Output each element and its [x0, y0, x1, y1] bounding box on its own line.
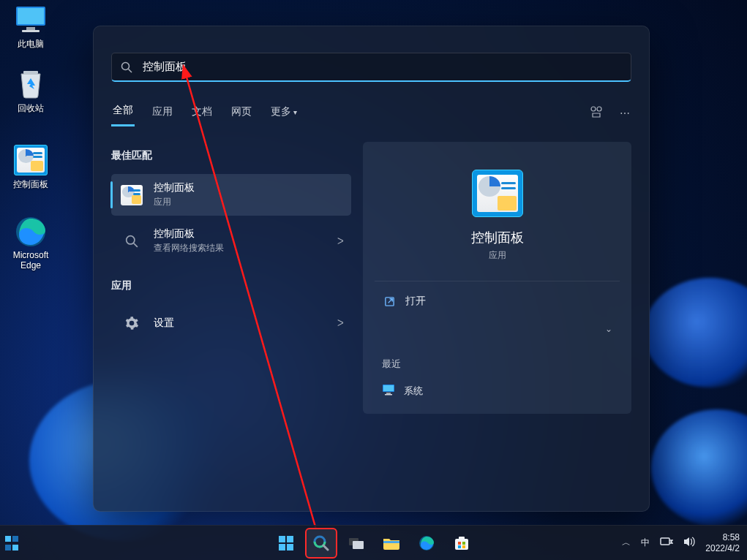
svg-rect-2 — [26, 27, 35, 30]
recent-item-system[interactable]: 系统 — [378, 378, 617, 404]
time-text: 8:58 — [705, 532, 740, 543]
file-explorer-button[interactable] — [376, 529, 407, 558]
open-icon — [382, 296, 397, 307]
control-panel-icon — [472, 170, 523, 217]
widgets-button[interactable] — [4, 535, 18, 551]
desktop-icon-label: 此电脑 — [1, 38, 60, 50]
volume-icon[interactable] — [683, 537, 695, 549]
svg-rect-32 — [462, 542, 465, 545]
svg-rect-1 — [18, 8, 44, 24]
svg-rect-27 — [383, 541, 399, 543]
taskbar: ︿ 中 8:58 2022/4/2 — [0, 525, 747, 560]
svg-rect-29 — [455, 539, 468, 550]
result-title: 控制面板 — [154, 181, 195, 194]
result-settings-app[interactable]: 设置 ᐳ — [111, 304, 351, 342]
svg-rect-15 — [386, 393, 391, 394]
result-title: 控制面板 — [154, 227, 224, 241]
svg-point-10 — [127, 235, 135, 243]
svg-point-8 — [591, 107, 596, 111]
svg-rect-30 — [459, 537, 465, 540]
desktop-icon-recycle-bin[interactable]: 回收站 — [1, 69, 60, 115]
svg-point-9 — [597, 107, 601, 111]
apps-header: 应用 — [111, 279, 351, 292]
monitor-icon — [382, 384, 395, 398]
recent-item-label: 系统 — [404, 385, 423, 398]
search-icon — [121, 61, 132, 73]
tab-apps[interactable]: 应用 — [151, 101, 174, 126]
best-match-header: 最佳匹配 — [111, 149, 351, 162]
svg-line-7 — [129, 69, 132, 72]
svg-line-24 — [323, 545, 328, 550]
svg-rect-31 — [458, 542, 461, 545]
recycle-icon — [14, 69, 48, 99]
svg-rect-3 — [22, 30, 40, 32]
search-options-icon[interactable] — [589, 105, 604, 121]
more-actions-icon[interactable]: ⋯ — [620, 107, 631, 119]
ime-indicator[interactable]: 中 — [641, 537, 650, 549]
tab-web[interactable]: 网页 — [230, 101, 253, 126]
svg-rect-26 — [353, 541, 364, 549]
search-button[interactable] — [306, 529, 337, 558]
svg-rect-20 — [279, 544, 285, 550]
result-control-panel-web[interactable]: 控制面板 查看网络搜索结果 ᐳ — [111, 220, 351, 262]
svg-rect-18 — [279, 536, 285, 542]
preview-open-label: 打开 — [405, 295, 426, 308]
edge-icon — [14, 216, 48, 247]
chevron-down-icon: ⌄ — [605, 324, 612, 334]
svg-rect-33 — [458, 545, 461, 548]
preview-subtitle: 应用 — [378, 249, 617, 262]
svg-rect-21 — [287, 544, 293, 550]
desktop-icon-label: Microsoft Edge — [1, 250, 60, 270]
search-input[interactable] — [132, 61, 622, 73]
network-icon[interactable] — [660, 537, 673, 549]
search-flyout: 全部 应用 文档 网页 更多 ⋯ 最佳匹配 控制面板 应用 控制面板 查看网络搜… — [93, 26, 650, 512]
result-control-panel-app[interactable]: 控制面板 应用 — [111, 174, 351, 216]
desktop-icon-label: 回收站 — [1, 102, 60, 115]
svg-rect-14 — [383, 385, 394, 391]
control-panel-icon — [120, 183, 143, 207]
recent-header: 最近 — [382, 357, 612, 371]
svg-line-11 — [134, 243, 138, 246]
date-text: 2022/4/2 — [705, 543, 740, 554]
svg-rect-34 — [462, 545, 465, 548]
result-subtitle: 应用 — [154, 196, 195, 208]
control-panel-icon — [14, 145, 48, 175]
svg-rect-19 — [287, 536, 293, 542]
task-view-button[interactable] — [341, 529, 372, 558]
monitor-icon — [14, 4, 48, 35]
microsoft-store-button[interactable] — [446, 529, 477, 558]
search-icon — [120, 230, 143, 253]
svg-rect-35 — [661, 538, 669, 545]
start-button[interactable] — [271, 529, 301, 558]
edge-button[interactable] — [411, 529, 442, 558]
preview-title: 控制面板 — [378, 229, 617, 246]
desktop-icon-edge[interactable]: Microsoft Edge — [1, 216, 60, 270]
tab-all[interactable]: 全部 — [111, 99, 135, 126]
preview-card: 控制面板 应用 打开 ⌄ 最近 系统 — [363, 142, 631, 414]
search-box[interactable] — [111, 53, 631, 82]
desktop-icon-control-panel[interactable]: 控制面板 — [1, 145, 60, 191]
svg-point-6 — [122, 62, 129, 69]
system-clock[interactable]: 8:58 2022/4/2 — [705, 532, 740, 554]
tab-more[interactable]: 更多 — [269, 101, 299, 126]
preview-open-action[interactable]: 打开 — [378, 286, 617, 317]
result-title: 设置 — [154, 317, 174, 330]
search-tabbar: 全部 应用 文档 网页 更多 ⋯ — [111, 99, 631, 126]
desktop-icon-label: 控制面板 — [1, 178, 60, 191]
gear-icon — [120, 311, 143, 335]
svg-rect-16 — [385, 394, 392, 396]
chevron-right-icon: ᐳ — [337, 236, 344, 246]
preview-expand[interactable]: ⌄ — [378, 317, 617, 341]
tab-documents[interactable]: 文档 — [190, 101, 214, 126]
chevron-right-icon: ᐳ — [337, 318, 344, 328]
svg-rect-4 — [23, 71, 38, 74]
desktop-icon-this-pc[interactable]: 此电脑 — [1, 4, 60, 50]
tray-chevron-up-icon[interactable]: ︿ — [622, 537, 631, 549]
result-subtitle: 查看网络搜索结果 — [154, 242, 224, 254]
